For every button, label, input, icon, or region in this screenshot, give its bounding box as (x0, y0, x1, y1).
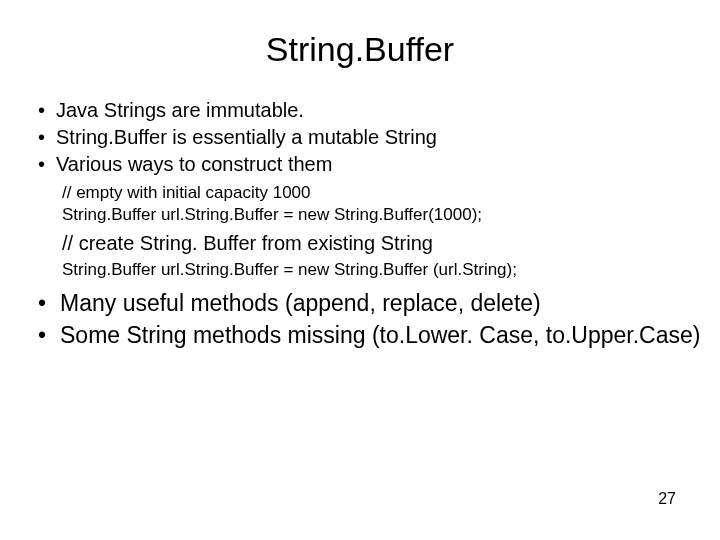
mid-comment: // create String. Buffer from existing S… (62, 232, 720, 255)
code-block-2: String.Buffer url.String.Buffer = new St… (62, 259, 720, 281)
slide: String.Buffer Java Strings are immutable… (0, 0, 720, 540)
code-line: // empty with initial capacity 1000 (62, 182, 720, 204)
code-line: String.Buffer url.String.Buffer = new St… (62, 259, 720, 281)
code-block-1: // empty with initial capacity 1000 Stri… (62, 182, 720, 226)
bullet-item: Java Strings are immutable. (38, 97, 720, 124)
slide-title: String.Buffer (0, 0, 720, 97)
top-bullet-list: Java Strings are immutable. String.Buffe… (38, 97, 720, 178)
page-number: 27 (658, 490, 676, 508)
code-line: String.Buffer url.String.Buffer = new St… (62, 204, 720, 226)
bullet-item: Some String methods missing (to.Lower. C… (38, 321, 720, 351)
bullet-item: String.Buffer is essentially a mutable S… (38, 124, 720, 151)
bottom-bullet-list: Many useful methods (append, replace, de… (38, 289, 720, 351)
bullet-item: Various ways to construct them (38, 151, 720, 178)
bullet-item: Many useful methods (append, replace, de… (38, 289, 720, 319)
